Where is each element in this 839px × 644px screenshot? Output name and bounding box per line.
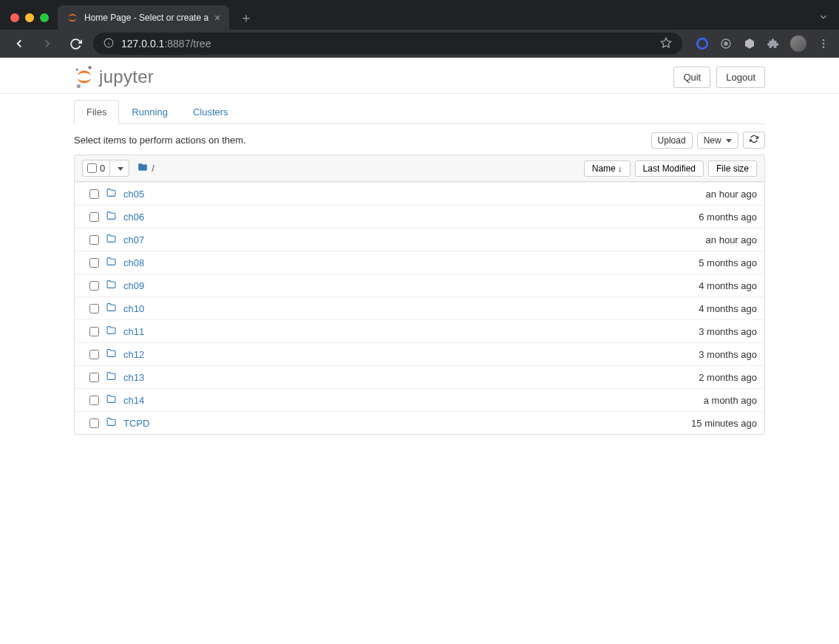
file-link[interactable]: ch11 (123, 326, 144, 337)
site-info-icon[interactable] (103, 38, 114, 50)
file-row: ch094 months ago (75, 274, 764, 296)
file-row: ch132 months ago (75, 365, 764, 388)
tab-running[interactable]: Running (119, 100, 180, 124)
select-all-dropdown[interactable] (109, 160, 129, 176)
row-checkbox-wrap (82, 212, 106, 222)
breadcrumb-separator: / (152, 163, 154, 174)
window-maximize-button[interactable] (40, 13, 49, 22)
file-row: ch05an hour ago (75, 182, 764, 205)
file-row: ch07an hour ago (75, 228, 764, 251)
folder-icon (106, 211, 120, 223)
row-checkbox[interactable] (89, 304, 99, 313)
row-checkbox[interactable] (89, 258, 99, 268)
forward-button[interactable] (37, 33, 58, 54)
select-all-checkbox-wrap[interactable]: 0 (83, 160, 109, 176)
row-checkbox-wrap (82, 258, 106, 268)
file-modified: 4 months ago (609, 280, 757, 291)
jupyter-logo[interactable]: jupyter (74, 65, 154, 89)
row-checkbox[interactable] (89, 350, 99, 359)
browser-tab-active[interactable]: Home Page - Select or create a × (58, 5, 229, 30)
row-checkbox[interactable] (89, 281, 99, 291)
sort-name-button[interactable]: Name ↓ (584, 160, 631, 177)
file-link[interactable]: ch07 (123, 234, 144, 245)
new-tab-button[interactable]: ＋ (240, 11, 253, 24)
file-link[interactable]: ch05 (123, 189, 144, 200)
chrome-right (818, 12, 829, 24)
file-list: ch05an hour agoch066 months agoch07an ho… (74, 182, 765, 435)
caret-down-icon (726, 139, 732, 143)
row-checkbox[interactable] (89, 235, 99, 245)
file-link[interactable]: ch06 (123, 211, 144, 223)
reload-button[interactable] (65, 33, 86, 54)
row-checkbox[interactable] (89, 373, 99, 382)
extension-disc-icon[interactable] (719, 37, 733, 50)
row-checkbox-wrap (82, 418, 106, 428)
svg-point-9 (823, 46, 825, 48)
file-modified: 4 months ago (609, 303, 757, 314)
folder-icon (106, 234, 120, 245)
row-checkbox-wrap (82, 396, 106, 405)
folder-root-icon[interactable] (137, 162, 149, 174)
file-row: ch066 months ago (75, 205, 764, 228)
help-text: Select items to perform actions on them. (74, 135, 246, 146)
row-checkbox[interactable] (89, 396, 99, 405)
file-modified: 2 months ago (609, 372, 757, 383)
file-link[interactable]: ch14 (123, 395, 144, 406)
file-link[interactable]: ch09 (123, 280, 144, 291)
new-button[interactable]: New (697, 132, 738, 149)
sort-size-button[interactable]: File size (708, 160, 757, 177)
svg-point-7 (823, 39, 825, 41)
file-modified: 3 months ago (609, 326, 757, 337)
address-bar[interactable]: 127.0.0.1:8887/tree (93, 33, 682, 55)
caret-down-icon (118, 167, 123, 171)
file-row: ch14a month ago (75, 388, 764, 411)
file-link[interactable]: ch12 (123, 349, 144, 360)
url-path: :8887/tree (164, 38, 211, 50)
tab-clusters[interactable]: Clusters (180, 100, 241, 124)
file-modified: 15 minutes ago (609, 418, 757, 429)
extension-box-icon[interactable] (743, 37, 756, 50)
tab-close-icon[interactable]: × (214, 13, 220, 23)
folder-icon (106, 279, 120, 291)
svg-point-4 (697, 38, 707, 49)
file-row: TCPD15 minutes ago (75, 411, 764, 434)
back-button[interactable] (9, 33, 30, 54)
jupyter-page: jupyter Quit Logout Files Running Cluste… (0, 58, 839, 435)
file-row: ch104 months ago (75, 296, 764, 319)
file-link[interactable]: ch13 (123, 372, 144, 383)
logout-button[interactable]: Logout (716, 67, 765, 88)
chrome-chevron-icon[interactable] (818, 12, 829, 24)
tab-files[interactable]: Files (74, 100, 119, 124)
file-link[interactable]: TCPD (123, 418, 149, 429)
browser-tab-title: Home Page - Select or create a (84, 13, 208, 23)
file-modified: 5 months ago (609, 257, 757, 268)
sort-modified-button[interactable]: Last Modified (635, 160, 704, 177)
upload-button[interactable]: Upload (651, 132, 693, 149)
row-checkbox-wrap (82, 189, 106, 199)
list-header: 0 / Name ↓ Last Modified File size (74, 155, 765, 182)
file-row: ch113 months ago (75, 319, 764, 342)
file-actions: Upload New (651, 132, 765, 149)
row-checkbox[interactable] (89, 212, 99, 222)
row-checkbox[interactable] (89, 418, 99, 428)
file-link[interactable]: ch08 (123, 257, 144, 268)
select-all-checkbox[interactable] (87, 163, 97, 173)
extension-circle-icon[interactable] (696, 37, 709, 50)
row-checkbox[interactable] (89, 189, 99, 199)
window-close-button[interactable] (10, 13, 19, 22)
svg-point-6 (724, 42, 727, 45)
row-checkbox[interactable] (89, 327, 99, 336)
chrome-menu-icon[interactable] (817, 37, 830, 50)
refresh-button[interactable] (743, 132, 765, 149)
bookmark-star-icon[interactable] (660, 37, 672, 51)
svg-marker-3 (661, 38, 670, 47)
window-minimize-button[interactable] (25, 13, 34, 22)
jupyter-favicon (67, 12, 78, 24)
extensions-puzzle-icon[interactable] (767, 37, 780, 50)
profile-avatar[interactable] (790, 35, 806, 52)
file-link[interactable]: ch10 (123, 303, 144, 314)
quit-button[interactable]: Quit (673, 67, 710, 88)
file-modified: a month ago (609, 395, 757, 406)
svg-point-10 (88, 66, 91, 69)
jupyter-header: jupyter Quit Logout (0, 58, 839, 94)
